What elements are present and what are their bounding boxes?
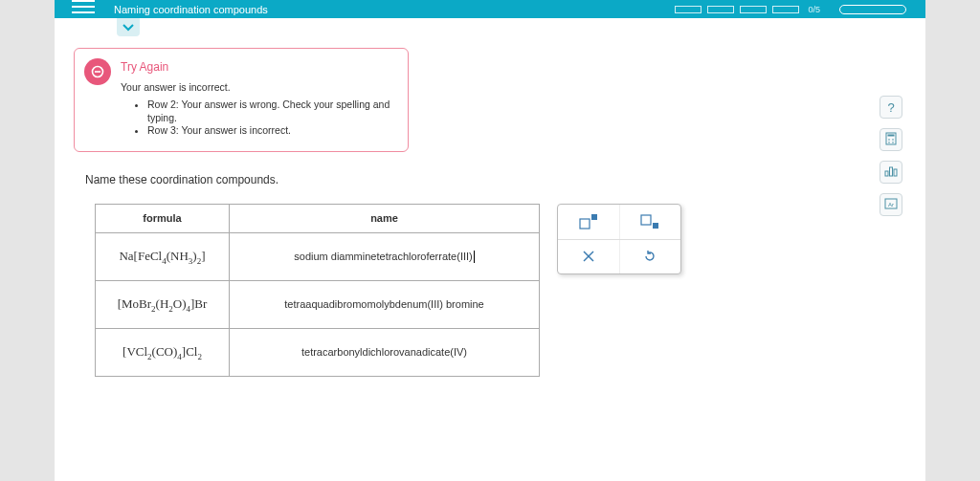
name-input-text: sodium diamminetetrachloroferrate(III) — [294, 251, 472, 262]
header-action-button[interactable] — [839, 5, 906, 14]
progress-segment — [772, 6, 799, 13]
question-icon: ? — [887, 100, 894, 115]
svg-point-12 — [888, 142, 890, 143]
progress-segment — [740, 6, 767, 13]
help-button[interactable]: ? — [880, 96, 902, 119]
name-input-text: tetracarbonyldichlorovanadicate(IV) — [301, 346, 467, 358]
svg-rect-2 — [580, 219, 590, 229]
name-cell[interactable]: tetraaquadibromomolybdenum(III) bromine — [230, 280, 540, 328]
formula-text: [VCl2(CO)4]Cl2 — [122, 344, 202, 359]
name-input-text: tetraaquadibromomolybdenum(III) bromine — [284, 298, 484, 310]
formula-cell: Na[FeCl4(NH3)2] — [96, 232, 230, 280]
bar-chart-icon — [884, 165, 898, 180]
progress-segment — [675, 6, 702, 13]
svg-rect-3 — [591, 214, 597, 220]
superscript-icon — [578, 214, 599, 230]
periodic-table-icon: Ar — [884, 198, 898, 212]
close-icon — [583, 251, 594, 262]
chevron-down-icon — [122, 21, 134, 34]
table-row: Na[FeCl4(NH3)2]sodium diamminetetrachlor… — [96, 232, 540, 280]
reset-button[interactable] — [619, 240, 681, 273]
svg-rect-16 — [894, 169, 897, 176]
svg-rect-5 — [653, 223, 658, 229]
svg-text:Ar: Ar — [888, 202, 894, 208]
superscript-button[interactable] — [558, 205, 619, 239]
svg-rect-15 — [890, 167, 893, 176]
table-row: [MoBr2(H2O)4]Brtetraaquadibromomolybdenu… — [96, 280, 540, 328]
feedback-subtitle: Your answer is incorrect. — [121, 81, 394, 93]
menu-icon[interactable] — [72, 0, 95, 13]
col-header-name: name — [230, 204, 540, 232]
stats-button[interactable] — [880, 161, 902, 184]
svg-rect-9 — [888, 134, 895, 136]
formula-cell: [VCl2(CO)4]Cl2 — [96, 328, 230, 376]
feedback-list: Row 2: Your answer is wrong. Check your … — [121, 98, 394, 138]
expand-button[interactable] — [117, 18, 140, 36]
compound-table: formula name Na[FeCl4(NH3)2]sodium diamm… — [95, 204, 540, 377]
svg-point-10 — [888, 139, 890, 141]
progress-count: 0/5 — [808, 5, 820, 14]
svg-point-13 — [892, 142, 894, 143]
calculator-icon — [885, 132, 897, 148]
calculator-button[interactable] — [880, 128, 902, 151]
subscript-icon — [639, 214, 660, 230]
progress-segment — [707, 6, 734, 13]
formula-text: [MoBr2(H2O)4]Br — [118, 296, 208, 311]
feedback-item: Row 3: Your answer is incorrect. — [147, 124, 394, 138]
feedback-panel: Try Again Your answer is incorrect. Row … — [74, 48, 409, 152]
retry-icon — [84, 58, 111, 85]
lesson-title: Naming coordination compounds — [114, 4, 268, 15]
side-toolbar: ? — [880, 96, 902, 216]
feedback-title: Try Again — [121, 60, 394, 74]
svg-rect-14 — [885, 171, 888, 176]
periodic-table-button[interactable]: Ar — [880, 193, 902, 216]
question-prompt: Name these coordination compounds. — [85, 173, 839, 186]
subscript-button[interactable] — [619, 205, 681, 239]
undo-icon — [643, 250, 657, 263]
formula-cell: [MoBr2(H2O)4]Br — [96, 280, 230, 328]
table-row: [VCl2(CO)4]Cl2tetracarbonyldichlorovanad… — [96, 328, 540, 376]
formula-text: Na[FeCl4(NH3)2] — [119, 249, 205, 263]
name-cell[interactable]: sodium diamminetetrachloroferrate(III) — [230, 232, 540, 280]
name-cell[interactable]: tetracarbonyldichlorovanadicate(IV) — [230, 328, 540, 376]
text-cursor — [474, 251, 475, 263]
clear-button[interactable] — [558, 240, 619, 273]
answer-toolbox — [557, 204, 681, 274]
svg-point-11 — [892, 139, 894, 141]
svg-rect-4 — [641, 215, 651, 225]
top-bar: Naming coordination compounds 0/5 — [55, 0, 925, 18]
feedback-item: Row 2: Your answer is wrong. Check your … — [147, 98, 394, 124]
col-header-formula: formula — [96, 204, 230, 232]
